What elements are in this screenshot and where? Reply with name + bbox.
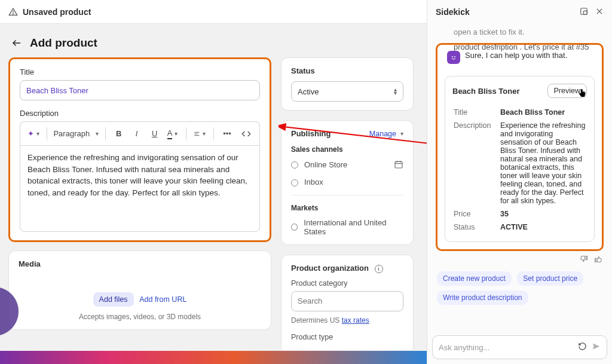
media-card: Media Add files Add from URL Accepts ima… [8,250,271,330]
assistant-avatar-icon [447,51,460,64]
table-row: TitleBeach Bliss Toner [454,106,586,118]
align-left-icon [194,130,200,138]
chevron-updown-icon: ▴▾ [394,88,397,95]
more-button[interactable]: ••• [219,126,235,142]
description-label: Description [20,109,260,118]
decorative-gradient [0,351,427,364]
product-preview-card: Beach Bliss Toner Preview TitleBeach Bli… [445,76,595,242]
ai-sparkle-button[interactable]: ✦▾ [25,126,42,142]
table-row: DescriptionExperience the refreshing and… [454,120,586,207]
media-hint: Accepts images, videos, or 3D models [19,313,261,321]
decorative-blob [0,285,24,338]
paragraph-style-select[interactable]: Paragraph▾ [52,126,100,142]
underline-button[interactable]: U [146,126,163,142]
add-files-button[interactable]: Add files [93,292,134,307]
title-label: Title [20,68,260,77]
thumbs-up-button[interactable] [593,255,602,265]
table-row: StatusACTIVE [454,221,586,233]
title-input[interactable] [20,80,260,100]
product-org-heading: Product organization i [291,264,403,273]
feedback-row [433,251,606,271]
bold-button[interactable]: B [111,126,127,142]
dock-icon[interactable] [580,7,588,17]
channel-inbox[interactable]: Inbox [291,178,403,186]
publishing-heading: Publishing [291,129,331,138]
preview-table: TitleBeach Bliss Toner DescriptionExperi… [452,105,587,234]
tax-rates-link[interactable]: tax rates [342,316,369,325]
suggestion-chips: Create new product Set product price Wri… [433,271,606,314]
add-from-url-button[interactable]: Add from URL [139,295,186,304]
svg-point-15 [452,56,453,57]
title-card: Title Description ✦▾ Paragraph▾ B I U A▾ [8,57,271,242]
sidekick-panel: Sidekick open a ticket to fix it. produc… [427,0,612,364]
svg-point-16 [454,56,455,57]
market-intl[interactable]: International and United States [291,218,403,236]
status-heading: Status [291,66,403,75]
publishing-card: Publishing Manage ▾ Sales channels Onlin… [281,120,414,245]
category-label: Product category [291,279,403,287]
refresh-button[interactable] [578,342,587,353]
unsaved-title: Unsaved product [23,7,91,17]
warning-icon [8,7,18,17]
assistant-reply: Sure, I can help you with that. [465,51,567,60]
description-editor[interactable]: Experience the refreshing and invigorati… [20,145,260,232]
ask-input-row [432,335,607,359]
tax-hint: Determines US tax rates [291,316,403,325]
close-icon[interactable] [595,7,604,17]
page-title: Add product [30,36,97,50]
calendar-icon[interactable] [394,160,403,169]
svg-rect-6 [395,161,402,168]
sidekick-highlight-card: Sure, I can help you with that. Beach Bl… [436,43,604,251]
markets-label: Markets [291,204,403,212]
chat-history-line: open a ticket to fix it. [433,26,606,41]
media-heading: Media [19,259,261,268]
category-search-input[interactable] [291,291,403,311]
italic-button[interactable]: I [128,126,145,142]
svg-point-1 [13,13,13,14]
chevron-down-icon: ▾ [400,130,403,137]
code-icon [241,129,251,139]
chip-set-price[interactable]: Set product price [517,271,583,286]
sidekick-title: Sidekick [436,7,470,17]
thumbs-down-button[interactable] [580,255,591,265]
table-row: Price35 [454,208,586,220]
code-view-button[interactable] [238,126,255,142]
align-button[interactable]: ▾ [191,126,209,142]
ask-input[interactable] [439,343,573,352]
chip-write-description[interactable]: Write product description [437,290,528,305]
preview-product-title: Beach Bliss Toner [452,87,519,96]
product-type-label: Product type [291,333,403,341]
unsaved-bar: Unsaved product [0,0,427,24]
send-button[interactable] [592,342,601,353]
rte-toolbar: ✦▾ Paragraph▾ B I U A▾ ▾ [20,121,260,145]
status-value: Active [298,87,319,96]
channel-online-store[interactable]: Online Store [291,160,403,169]
product-org-card: Product organization i Product category … [281,255,414,350]
info-icon[interactable]: i [375,265,383,273]
status-card: Status Active ▴▾ [281,57,414,111]
status-select[interactable]: Active ▴▾ [291,81,403,102]
preview-button[interactable]: Preview [547,84,587,98]
arrow-left-icon [11,38,22,48]
sales-channels-label: Sales channels [291,145,403,154]
text-color-button[interactable]: A▾ [164,126,181,142]
back-button[interactable] [8,35,25,51]
chip-create-product[interactable]: Create new product [437,271,512,286]
manage-link[interactable]: Manage ▾ [369,130,403,138]
